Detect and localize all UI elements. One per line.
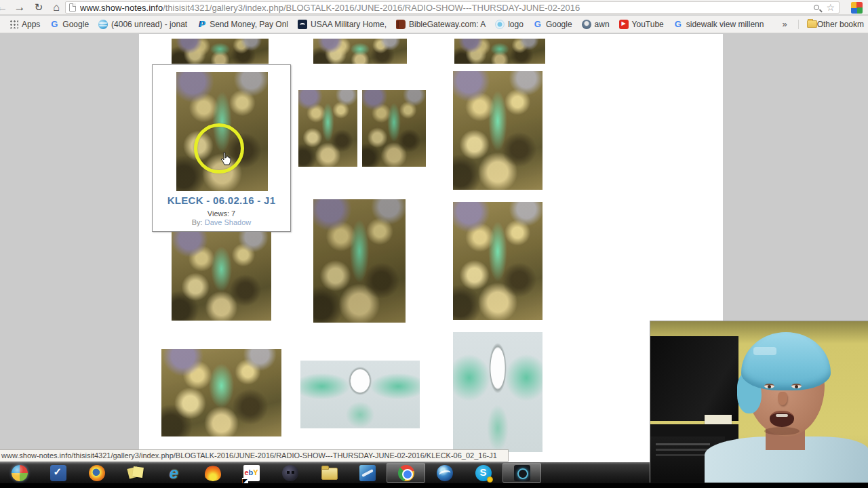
taskbar-google-earth[interactable] <box>425 463 464 483</box>
taskbar-media-app[interactable] <box>348 463 387 483</box>
skype-status-dot <box>487 476 493 483</box>
att-globe-icon <box>98 20 108 29</box>
search-icon[interactable] <box>814 5 819 10</box>
bookmark-apps[interactable]: Apps <box>9 20 40 29</box>
taskbar-screen-recorder[interactable] <box>502 463 541 483</box>
google-g-icon: G <box>50 20 59 29</box>
bookmark-usaa[interactable]: USAA Military Home, <box>298 20 387 29</box>
bookmark-youtube[interactable]: YouTube <box>619 20 664 29</box>
page-icon <box>69 3 76 12</box>
bookmarks-overflow-chevron[interactable]: » <box>782 19 787 29</box>
taskbar-checkmark-app[interactable] <box>39 463 77 483</box>
bookmark-sidewalk[interactable]: Gsidewalk view millenn <box>673 20 764 29</box>
bookmark-label: YouTube <box>632 20 664 29</box>
gallery-page: KLECK - 06.02.16 - J1 Views: 7 By: Dave … <box>139 34 723 462</box>
gallery-thumbnail[interactable] <box>313 39 407 64</box>
bookmark-label: Google <box>546 20 572 29</box>
person-beanie <box>741 332 831 390</box>
dot-circle-icon <box>495 20 505 29</box>
gallery-thumbnail[interactable] <box>454 39 545 64</box>
url-domain: www.show-notes.info <box>80 3 163 13</box>
gallery-thumbnail-drawing[interactable] <box>300 361 420 428</box>
paypal-icon: P <box>197 20 206 29</box>
mouse-cursor-hand-icon <box>219 152 233 167</box>
gallery-thumbnail-drawing[interactable] <box>453 332 542 452</box>
gallery-thumbnail[interactable] <box>453 71 542 190</box>
bookmark-paypal[interactable]: PSend Money, Pay Onl <box>197 20 288 29</box>
taskbar-sticky-notes[interactable] <box>116 463 155 483</box>
person-eye <box>764 384 774 388</box>
other-bookmarks-label: Other bookm <box>817 20 864 29</box>
back-icon[interactable]: ← <box>0 0 11 15</box>
bookmark-label: BibleGateway.com: A <box>409 20 486 29</box>
other-bookmarks[interactable]: Other bookm <box>798 20 864 29</box>
webcam-overlay <box>650 321 868 483</box>
taskbar-internet-explorer[interactable]: e <box>155 463 193 483</box>
windows-start-icon <box>12 465 28 481</box>
extension-icon[interactable] <box>851 2 863 14</box>
taskbar-windows-explorer[interactable] <box>309 463 348 483</box>
selected-item-author: By: Dave Shadow <box>153 218 290 226</box>
checkmark-app-icon <box>50 465 66 481</box>
bookmark-star-icon[interactable]: ☆ <box>826 2 835 13</box>
gallery-thumbnail[interactable] <box>172 232 271 321</box>
gallery-thumbnail[interactable] <box>362 90 426 167</box>
reload-icon[interactable]: ↻ <box>30 0 47 15</box>
forward-icon[interactable]: → <box>11 0 28 15</box>
google-g-icon: G <box>533 20 542 29</box>
person-eye <box>791 384 802 388</box>
bookmark-google[interactable]: GGoogle <box>50 20 89 29</box>
gallery-thumbnail[interactable] <box>453 202 542 320</box>
taskbar-flame-app[interactable] <box>193 463 232 483</box>
person-mouth-open <box>770 411 794 427</box>
bookmark-label: Apps <box>22 20 40 29</box>
youtube-icon <box>619 20 629 29</box>
media-app-icon <box>359 465 376 481</box>
folder-icon <box>807 20 817 28</box>
selected-item-title[interactable]: KLECK - 06.02.16 - J1 <box>153 195 290 206</box>
skype-icon <box>475 465 492 481</box>
selected-thumbnail[interactable] <box>176 72 268 191</box>
start-button[interactable] <box>0 463 39 483</box>
bible-book-icon <box>396 20 406 29</box>
chrome-icon <box>398 465 414 481</box>
bookmark-awn[interactable]: awn <box>582 20 610 29</box>
bookmark-label: sidewalk view millenn <box>686 20 764 29</box>
gallery-thumbnail[interactable] <box>172 39 269 64</box>
taskbar-webcam-app[interactable] <box>271 463 309 483</box>
bottom-black-strip <box>0 483 868 488</box>
google-g-icon: G <box>673 20 683 29</box>
gallery-thumbnail[interactable] <box>161 349 281 436</box>
address-bar[interactable]: www.show-notes.info/thisisit4321/gallery… <box>65 1 840 14</box>
bookmark-label: logo <box>508 20 524 29</box>
apps-grid-icon <box>9 20 18 28</box>
gallery-thumbnail[interactable] <box>313 199 406 323</box>
bookmark-label: USAA Military Home, <box>311 20 387 29</box>
windows-explorer-icon <box>321 465 337 481</box>
author-link[interactable]: Dave Shadow <box>205 218 252 226</box>
bookmark-mail[interactable]: (4006 unread) - jonat <box>98 20 187 29</box>
firefox-icon <box>89 465 105 481</box>
bookmark-label: Send Money, Pay Onl <box>210 20 288 29</box>
tv-screen <box>650 336 738 421</box>
bookmark-google2[interactable]: GGoogle <box>533 20 572 29</box>
browser-toolbar: ← → ↻ ⌂ www.show-notes.info/thisisit4321… <box>0 0 868 15</box>
taskbar-firefox[interactable] <box>77 463 116 483</box>
selected-item-views: Views: 7 <box>153 209 290 218</box>
url-text[interactable]: www.show-notes.info/thisisit4321/gallery… <box>80 3 814 13</box>
bookmark-label: awn <box>595 20 610 29</box>
google-earth-icon <box>437 465 453 481</box>
person-nose <box>778 392 787 405</box>
sticky-notes-icon <box>127 465 144 481</box>
bookmark-label: Google <box>62 20 89 29</box>
selected-gallery-item[interactable]: KLECK - 06.02.16 - J1 Views: 7 By: Dave … <box>152 64 291 232</box>
chin-shadow <box>764 427 800 435</box>
awn-icon <box>582 20 591 29</box>
taskbar-ebay[interactable]: ebY <box>232 463 271 483</box>
taskbar-google-chrome[interactable] <box>387 463 425 483</box>
home-icon[interactable]: ⌂ <box>47 0 65 15</box>
bookmark-biblegateway[interactable]: BibleGateway.com: A <box>396 20 486 29</box>
bookmark-logo[interactable]: logo <box>495 20 524 29</box>
taskbar-skype[interactable] <box>464 463 502 483</box>
gallery-thumbnail[interactable] <box>298 90 357 167</box>
